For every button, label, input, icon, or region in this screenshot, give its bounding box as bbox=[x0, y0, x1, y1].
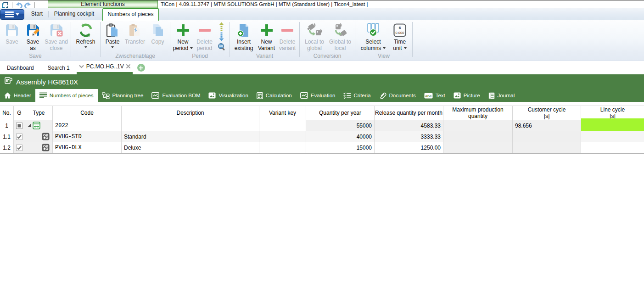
tab-text[interactable]: abc Text bbox=[420, 89, 449, 102]
tab-documents[interactable]: Documents bbox=[375, 89, 420, 102]
tab-picture[interactable]: Picture bbox=[449, 89, 484, 102]
column-header-description[interactable]: Description bbox=[122, 106, 259, 120]
new-period-button[interactable]: New period bbox=[173, 20, 193, 51]
move-down-button[interactable] bbox=[217, 32, 226, 41]
tab-journal[interactable]: Journal bbox=[484, 89, 519, 102]
cell-variant-key[interactable] bbox=[259, 120, 306, 131]
element-header-bar: Assembly HG8610X bbox=[0, 74, 644, 89]
cell-code[interactable]: PVHG-STD bbox=[53, 131, 122, 142]
cell-quantity-per-year[interactable]: 15000 bbox=[306, 142, 375, 153]
cell-release-quantity-per-month[interactable]: 1250.00 bbox=[375, 142, 443, 153]
cell-customer-cycle[interactable]: 98.656 bbox=[513, 120, 581, 131]
cell-line-cycle[interactable] bbox=[581, 131, 644, 142]
new-period-label: New period bbox=[173, 39, 193, 51]
application-menu-button[interactable] bbox=[0, 9, 24, 20]
cell-quantity-per-year[interactable]: 40000 bbox=[306, 131, 375, 142]
tab-label: Visualization bbox=[218, 93, 248, 98]
cell-code[interactable]: 2022 bbox=[53, 120, 122, 131]
cell-variant-key[interactable] bbox=[259, 142, 306, 153]
column-header-type[interactable]: Type bbox=[25, 106, 53, 120]
time-unit-button[interactable]: s 0.000 Time unit bbox=[390, 20, 410, 51]
select-columns-button[interactable]: Select columns bbox=[358, 20, 389, 51]
tab-header[interactable]: Header bbox=[0, 89, 35, 102]
local-to-global-button[interactable]: Local to global bbox=[302, 20, 327, 51]
column-header-line-cycle[interactable]: Line cycle [s] bbox=[581, 106, 644, 120]
tab-planning-tree[interactable]: Planning tree bbox=[98, 89, 148, 102]
tab-evaluation-bom[interactable]: Evaluation BOM bbox=[147, 89, 204, 102]
expander-expanded-icon[interactable] bbox=[27, 123, 31, 128]
cell-description[interactable]: Deluxe bbox=[122, 142, 259, 153]
cell-g[interactable] bbox=[14, 131, 25, 142]
group-label-variant: Variant bbox=[232, 53, 297, 61]
ribbon-tab-planning-cockpit[interactable]: Planning cockpit bbox=[49, 8, 99, 20]
cell-line-cycle-selected[interactable] bbox=[581, 120, 644, 131]
cell-release-quantity-per-month[interactable]: 4583.33 bbox=[375, 120, 443, 131]
cell-maximum-production-quantity[interactable] bbox=[443, 142, 513, 153]
list-icon bbox=[39, 92, 47, 99]
tab-visualization[interactable]: Visualization bbox=[204, 89, 252, 102]
cell-quantity-per-year[interactable]: 55000 bbox=[306, 120, 375, 131]
cell-release-quantity-per-month[interactable]: 3333.33 bbox=[375, 131, 443, 142]
cell-maximum-production-quantity[interactable] bbox=[443, 131, 513, 142]
cell-g[interactable] bbox=[14, 120, 25, 131]
paste-button[interactable]: Paste bbox=[103, 20, 122, 50]
delete-period-button[interactable]: Delete period bbox=[194, 20, 215, 51]
cell-type[interactable] bbox=[25, 131, 53, 142]
copy-button[interactable]: Copy bbox=[148, 20, 168, 45]
cell-customer-cycle[interactable] bbox=[513, 142, 581, 153]
column-header-code[interactable]: Code bbox=[53, 106, 122, 120]
transfer-button[interactable]: Transfer bbox=[123, 20, 147, 45]
save-and-close-button[interactable]: Save and close bbox=[44, 20, 68, 51]
cell-code[interactable]: PVHG-DLX bbox=[53, 142, 122, 153]
column-header-customer-cycle[interactable]: Customer cycle [s] bbox=[513, 106, 581, 120]
save-button[interactable]: Save bbox=[2, 20, 22, 45]
contextual-tab-header[interactable]: Element functions bbox=[48, 0, 158, 8]
delete-variant-button[interactable]: Delete variant bbox=[278, 20, 297, 51]
cell-customer-cycle[interactable] bbox=[513, 131, 581, 142]
global-to-local-button[interactable]: Global to local bbox=[328, 20, 353, 51]
ribbon-group-period: New period Delete period bbox=[170, 20, 230, 61]
new-variant-button[interactable]: New Variant bbox=[256, 20, 277, 51]
cell-line-cycle[interactable] bbox=[581, 142, 644, 153]
refresh-button[interactable]: Refresh bbox=[73, 20, 98, 50]
document-tab-active[interactable]: PC.MO.HG..1V bbox=[77, 61, 133, 74]
insert-existing-button[interactable]: Insert existing bbox=[232, 20, 255, 51]
ribbon-tab-start[interactable]: Start bbox=[25, 8, 49, 20]
cell-maximum-production-quantity[interactable] bbox=[443, 120, 513, 131]
tab-criteria[interactable]: Criteria bbox=[339, 89, 375, 102]
home-icon bbox=[4, 92, 11, 99]
tab-evaluation[interactable]: Evaluation bbox=[296, 89, 340, 102]
table-row[interactable]: 1.1 PVHG-STD Standard 4 bbox=[0, 131, 644, 142]
tab-numbers-of-pieces[interactable]: Numbers of pieces bbox=[35, 89, 98, 102]
ribbon-tab-numbers-of-pieces[interactable]: Numbers of pieces bbox=[102, 8, 159, 21]
undo-button[interactable] bbox=[15, 1, 23, 9]
column-header-release-quantity-per-month[interactable]: Release quantity per month bbox=[375, 106, 443, 120]
table-row[interactable]: 1 2022 bbox=[0, 120, 644, 131]
cell-g[interactable] bbox=[14, 142, 25, 153]
document-tab-search[interactable]: Search 1 bbox=[41, 61, 77, 74]
move-up-button[interactable] bbox=[217, 22, 226, 31]
column-header-no[interactable]: No. bbox=[0, 106, 14, 120]
cell-type[interactable] bbox=[25, 142, 53, 153]
column-header-variant-key[interactable]: Variant key bbox=[259, 106, 306, 120]
close-icon[interactable] bbox=[126, 63, 130, 70]
table-row[interactable]: 1.2 PVHG-DLX Deluxe 150 bbox=[0, 142, 644, 154]
column-header-quantity-per-year[interactable]: Quantity per year bbox=[306, 106, 375, 120]
zoom-button[interactable] bbox=[217, 42, 226, 51]
local-to-global-label: Local to global bbox=[305, 39, 324, 51]
cell-type[interactable] bbox=[25, 120, 53, 131]
document-tab-dashboard[interactable]: Dashboard bbox=[0, 61, 41, 74]
tab-calculation[interactable]: Calculation bbox=[252, 89, 296, 102]
cell-variant-key[interactable] bbox=[259, 131, 306, 142]
column-header-g[interactable]: G bbox=[14, 106, 25, 120]
save-as-button[interactable]: Save as bbox=[22, 20, 43, 51]
add-tab-button[interactable] bbox=[137, 64, 145, 72]
document-tab-label: PC.MO.HG..1V bbox=[86, 63, 124, 70]
cell-description[interactable]: Standard bbox=[122, 131, 259, 142]
cell-description[interactable] bbox=[122, 120, 259, 131]
chevron-down-icon[interactable] bbox=[79, 63, 84, 70]
redo-button[interactable] bbox=[23, 1, 32, 9]
refresh-label: Refresh bbox=[76, 39, 95, 45]
delete-variant-label: Delete variant bbox=[279, 39, 296, 51]
column-header-maximum-production-quantity[interactable]: Maximum production quantity bbox=[443, 106, 513, 120]
